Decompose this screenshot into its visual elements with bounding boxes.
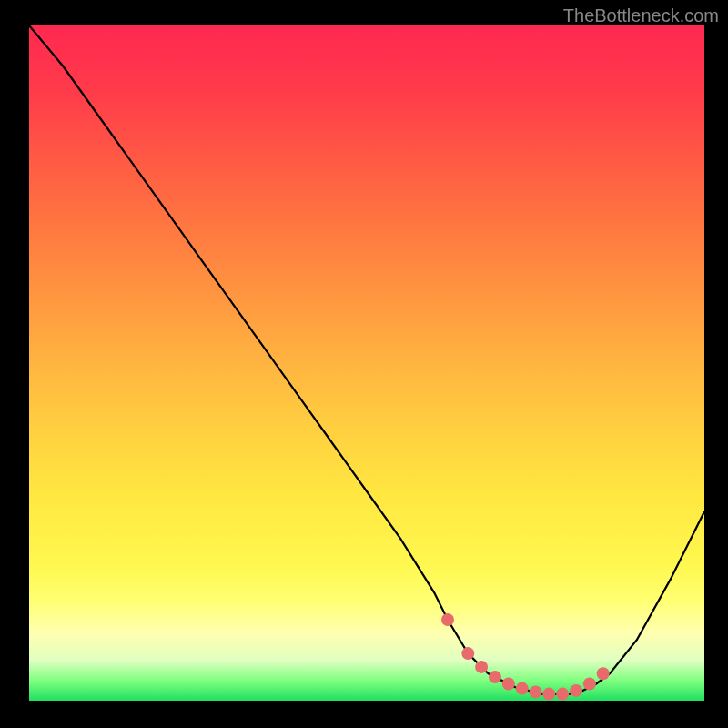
marker-dot: [489, 671, 501, 683]
marker-dot: [556, 688, 569, 701]
watermark-text: TheBottleneck.com: [563, 5, 719, 26]
marker-dot: [475, 661, 488, 673]
marker-dot: [530, 685, 542, 698]
chart-container: TheBottleneck.com: [0, 0, 728, 728]
chart-svg: [29, 25, 704, 701]
marker-dot: [597, 667, 610, 680]
marker-dot: [502, 678, 515, 691]
marker-dot: [570, 684, 582, 697]
marker-dot: [542, 688, 555, 701]
marker-dot: [461, 647, 474, 660]
bottleneck-curve: [29, 25, 704, 694]
plot-area: [29, 25, 704, 701]
marker-dot: [516, 682, 529, 695]
marker-dot: [441, 613, 454, 626]
marker-dot: [583, 678, 596, 691]
optimal-range-markers: [441, 613, 610, 701]
